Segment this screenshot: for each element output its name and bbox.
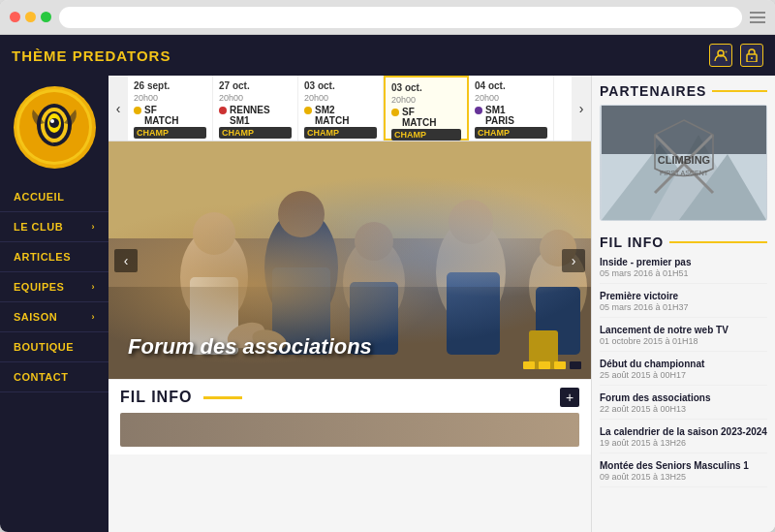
schedule-date-3: 03 oct. xyxy=(304,80,377,91)
hero-dot-4[interactable] xyxy=(570,361,581,369)
list-item[interactable]: Montée des Seniors Masculins 1 09 août 2… xyxy=(600,459,767,487)
list-item[interactable]: Forum des associations 22 août 2015 à 00… xyxy=(600,391,767,420)
schedule-match-1: SF xyxy=(134,105,206,115)
list-item[interactable]: La calendrier de la saison 2023-2024 19 … xyxy=(600,425,767,454)
svg-text:FIRST ASCENT: FIRST ASCENT xyxy=(659,170,708,176)
nav-items: ACCUEIL LE CLUB › ARTICLES EQUIPES › SAI xyxy=(0,182,108,392)
maximize-dot[interactable] xyxy=(41,12,51,22)
hero-next-button[interactable]: › xyxy=(562,249,585,272)
browser-bar xyxy=(0,0,775,35)
lock-button[interactable] xyxy=(740,44,763,67)
content-area: ‹ 26 sept. 20h00 SF MATCH CHAMP xyxy=(108,76,591,532)
schedule-time-4: 20h00 xyxy=(391,95,461,105)
panel-underline-2 xyxy=(669,241,767,243)
climbing-logo-svg: CLIMBING FIRST ASCENT xyxy=(602,106,766,220)
browser-dots xyxy=(10,12,51,22)
svg-rect-32 xyxy=(108,287,591,379)
sidebar-item-contact[interactable]: CONTACT xyxy=(0,362,108,392)
fil-info-main-title: FIL INFO xyxy=(120,389,242,406)
schedule-items: 26 sept. 20h00 SF MATCH CHAMP 27 oct. xyxy=(128,76,572,141)
match-dot-3 xyxy=(304,107,312,114)
hero-dot-3[interactable] xyxy=(554,361,566,369)
schedule-match-2: RENNES xyxy=(219,105,292,115)
right-panel: PARTENAIRES xyxy=(591,76,775,532)
hero-image: ‹ › Forum des associations xyxy=(108,141,591,379)
match-dot-1 xyxy=(134,107,141,114)
chevron-icon: › xyxy=(92,282,96,292)
svg-rect-37 xyxy=(602,106,766,154)
sidebar-item-boutique[interactable]: BOUTIQUE xyxy=(0,332,108,362)
schedule-date-2: 27 oct. xyxy=(219,80,292,91)
site-title: THÈME PREDATORS xyxy=(12,47,170,64)
minimize-dot[interactable] xyxy=(25,12,36,22)
hero-dot-2[interactable] xyxy=(539,361,550,369)
schedule-item-2[interactable]: 27 oct. 20h00 RENNES SM1 CHAMP xyxy=(213,76,298,141)
chevron-icon: › xyxy=(92,222,96,232)
list-item[interactable]: Lancement de notre web TV 01 octobre 201… xyxy=(600,324,767,352)
fil-info-header: FIL INFO + xyxy=(120,388,579,407)
hero-dots xyxy=(523,361,581,369)
svg-point-23 xyxy=(436,219,506,326)
site-header: THÈME PREDATORS + xyxy=(0,35,775,76)
sidebar-item-articles[interactable]: ARTICLES xyxy=(0,242,108,272)
login-button[interactable]: + xyxy=(709,44,732,67)
svg-point-20 xyxy=(343,238,405,326)
hero-prev-button[interactable]: ‹ xyxy=(114,249,138,272)
partner-image: CLIMBING FIRST ASCENT xyxy=(600,105,767,221)
list-item[interactable]: Première victoire 05 mars 2016 à 01H37 xyxy=(600,290,767,318)
schedule-item-1[interactable]: 26 sept. 20h00 SF MATCH CHAMP xyxy=(128,76,213,141)
browser-window: THÈME PREDATORS + xyxy=(0,0,775,532)
schedule-match-4: SF xyxy=(391,107,461,117)
page-content: THÈME PREDATORS + xyxy=(0,35,775,532)
svg-text:+: + xyxy=(725,48,728,54)
schedule-time-2: 20h00 xyxy=(219,93,292,103)
address-bar[interactable] xyxy=(59,7,742,28)
schedule-prev[interactable]: ‹ xyxy=(108,76,128,141)
chevron-icon: › xyxy=(92,312,96,322)
schedule-item-3[interactable]: 03 oct. 20h00 SM2 MATCH CHAMP xyxy=(298,76,384,141)
browser-menu-icon[interactable] xyxy=(750,12,765,23)
schedule-match-5: SM1 xyxy=(475,105,547,115)
svg-point-10 xyxy=(49,118,59,128)
schedule-time-3: 20h00 xyxy=(304,93,377,103)
svg-point-24 xyxy=(449,200,493,244)
svg-rect-28 xyxy=(536,287,580,355)
schedule-date-4: 03 oct. xyxy=(391,82,461,93)
svg-point-17 xyxy=(264,209,338,326)
schedule-next[interactable]: › xyxy=(572,76,591,141)
sidebar-item-equipes[interactable]: EQUIPES › xyxy=(0,272,108,302)
sidebar-item-accueil[interactable]: ACCUEIL xyxy=(0,182,108,212)
schedule-bar: ‹ 26 sept. 20h00 SF MATCH CHAMP xyxy=(108,76,591,141)
predators-logo-svg xyxy=(16,88,93,166)
svg-point-15 xyxy=(193,212,235,255)
hero-caption: Forum des associations xyxy=(128,334,372,360)
match-dot-4 xyxy=(391,109,399,116)
list-item[interactable]: Inside - premier pas 05 mars 2016 à 01H5… xyxy=(600,256,767,284)
fil-info-underline xyxy=(203,396,242,399)
schedule-time-5: 20h00 xyxy=(475,93,547,103)
fil-info-panel-title: FIL INFO xyxy=(600,235,767,250)
fil-info-preview-image xyxy=(120,413,579,447)
svg-point-21 xyxy=(355,222,393,261)
schedule-item-5[interactable]: 04 oct. 20h00 SM1 PARIS CHAMP xyxy=(469,76,554,141)
match-dot-5 xyxy=(475,107,482,114)
schedule-match-3: SM2 xyxy=(304,105,377,115)
match-dot-2 xyxy=(219,107,227,114)
main-layout: ACCUEIL LE CLUB › ARTICLES EQUIPES › SAI xyxy=(0,76,775,532)
schedule-date-1: 26 sept. xyxy=(134,80,206,91)
hero-dot-1[interactable] xyxy=(523,361,535,369)
partenaires-title: PARTENAIRES xyxy=(600,83,767,99)
list-item[interactable]: Début du championnat 25 août 2015 à 00H1… xyxy=(600,358,767,386)
svg-point-3 xyxy=(751,57,753,59)
sidebar-item-saison[interactable]: SAISON › xyxy=(0,302,108,332)
svg-text:CLIMBING: CLIMBING xyxy=(657,154,709,166)
close-dot[interactable] xyxy=(10,12,20,22)
schedule-item-4[interactable]: 03 oct. 20h00 SF MATCH CHAMP xyxy=(384,76,469,141)
hero-section: ‹ › Forum des associations xyxy=(108,141,591,379)
sidebar-logo xyxy=(11,83,98,171)
fil-info-add-button[interactable]: + xyxy=(560,388,579,407)
sidebar: ACCUEIL LE CLUB › ARTICLES EQUIPES › SAI xyxy=(0,76,108,532)
sidebar-item-le-club[interactable]: LE CLUB › xyxy=(0,212,108,242)
header-icons: + xyxy=(709,44,763,67)
schedule-time-1: 20h00 xyxy=(134,93,206,103)
